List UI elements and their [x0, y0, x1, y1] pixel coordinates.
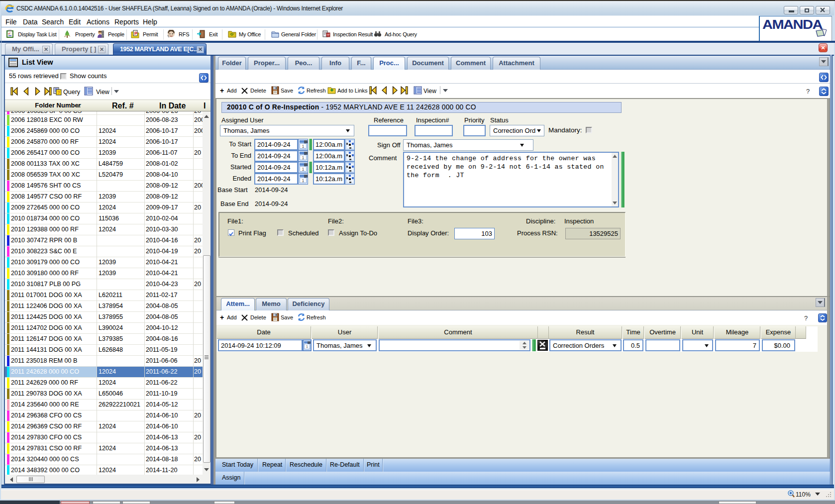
- svg-text:P: P: [134, 31, 137, 36]
- svg-text:?: ?: [58, 90, 61, 95]
